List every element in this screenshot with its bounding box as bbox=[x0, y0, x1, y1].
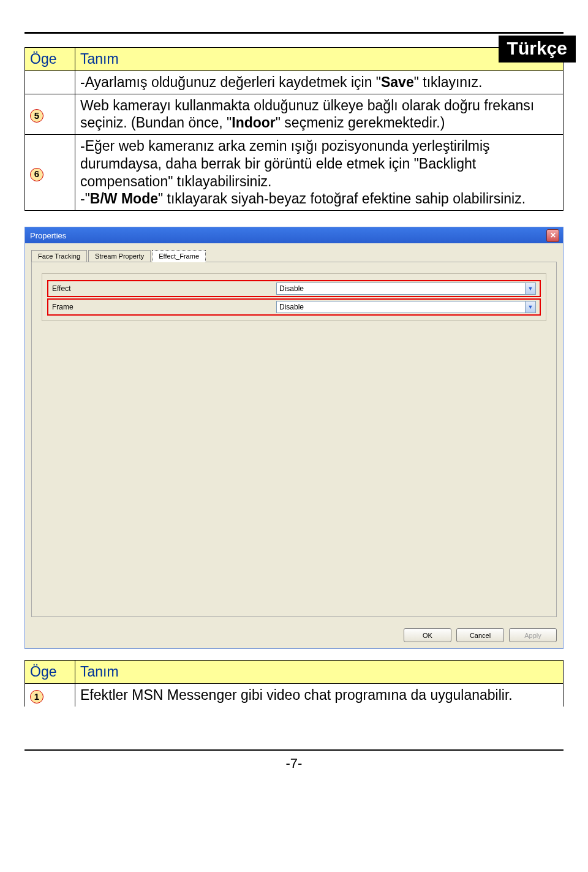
description-table-2: Öge Tanım 1 Efektler MSN Messenger gibi … bbox=[24, 660, 564, 707]
tab-strip: Face Tracking Stream Property Effect_Fra… bbox=[25, 243, 563, 262]
item-number-6: 6 bbox=[30, 168, 43, 181]
cancel-button[interactable]: Cancel bbox=[456, 628, 504, 642]
highlight-row-frame: Frame Disable ▼ bbox=[47, 298, 541, 316]
close-icon: ✕ bbox=[550, 231, 556, 240]
language-badge: Türkçe bbox=[499, 36, 576, 63]
bold-text: Indoor bbox=[232, 115, 276, 131]
col-header-oge: Öge bbox=[25, 48, 75, 71]
bold-text: Save bbox=[381, 74, 414, 90]
text: -Ayarlamış olduğunuz değerleri kaydetmek… bbox=[80, 74, 381, 90]
tab-face-tracking[interactable]: Face Tracking bbox=[31, 250, 87, 262]
close-button[interactable]: ✕ bbox=[546, 229, 559, 242]
page-number: -7- bbox=[24, 756, 564, 772]
frame-combobox[interactable]: Disable ▼ bbox=[276, 301, 536, 313]
bottom-rule bbox=[24, 749, 564, 751]
item-number-5: 5 bbox=[30, 109, 43, 123]
highlight-row-effect: Effect Disable ▼ bbox=[47, 280, 541, 297]
frame-label: Frame bbox=[52, 303, 273, 311]
effect-combobox[interactable]: Disable ▼ bbox=[276, 282, 536, 295]
text: Efektler MSN Messenger gibi video chat p… bbox=[75, 683, 564, 706]
tab-stream-property[interactable]: Stream Property bbox=[88, 250, 151, 262]
properties-dialog: Properties ✕ Face Tracking Stream Proper… bbox=[24, 227, 564, 649]
text: " seçmeniz gerekmektedir.) bbox=[276, 115, 445, 131]
effect-label: Effect bbox=[52, 284, 273, 293]
text: " tıklayınız. bbox=[414, 74, 483, 90]
table-row: 6 -Eğer web kameranız arka zemin ışığı p… bbox=[25, 135, 564, 211]
col-header-tanim: Tanım bbox=[75, 48, 564, 71]
ok-button[interactable]: OK bbox=[404, 628, 451, 642]
apply-button[interactable]: Apply bbox=[509, 628, 557, 642]
item-number-1: 1 bbox=[30, 690, 43, 703]
button-row: OK Cancel Apply bbox=[25, 623, 563, 648]
chevron-down-icon: ▼ bbox=[525, 301, 535, 313]
bold-text: B/W Mode bbox=[90, 191, 158, 207]
text: " tıklayarak siyah-beyaz fotoğraf efekti… bbox=[158, 191, 526, 207]
col-header-oge: Öge bbox=[25, 661, 75, 684]
tab-panel: Effect Disable ▼ Frame Disable ▼ bbox=[31, 262, 557, 617]
effect-value: Disable bbox=[279, 284, 304, 293]
text: -Eğer web kameranız arka zemin ışığı poz… bbox=[80, 137, 558, 190]
titlebar: Properties ✕ bbox=[25, 227, 563, 243]
top-rule bbox=[24, 32, 564, 34]
chevron-down-icon: ▼ bbox=[525, 283, 535, 294]
group-box: Effect Disable ▼ Frame Disable ▼ bbox=[42, 273, 546, 321]
description-table-1: Öge Tanım -Ayarlamış olduğunuz değerleri… bbox=[24, 47, 564, 211]
text: -" bbox=[80, 191, 90, 207]
col-header-tanim: Tanım bbox=[75, 661, 564, 684]
table-row: 1 Efektler MSN Messenger gibi video chat… bbox=[25, 683, 564, 706]
table-row: -Ayarlamış olduğunuz değerleri kaydetmek… bbox=[25, 70, 564, 94]
window-title: Properties bbox=[30, 231, 66, 240]
frame-value: Disable bbox=[279, 303, 304, 311]
tab-effect-frame[interactable]: Effect_Frame bbox=[152, 250, 206, 262]
table-row: 5 Web kamerayı kullanmakta olduğunuz ülk… bbox=[25, 94, 564, 135]
